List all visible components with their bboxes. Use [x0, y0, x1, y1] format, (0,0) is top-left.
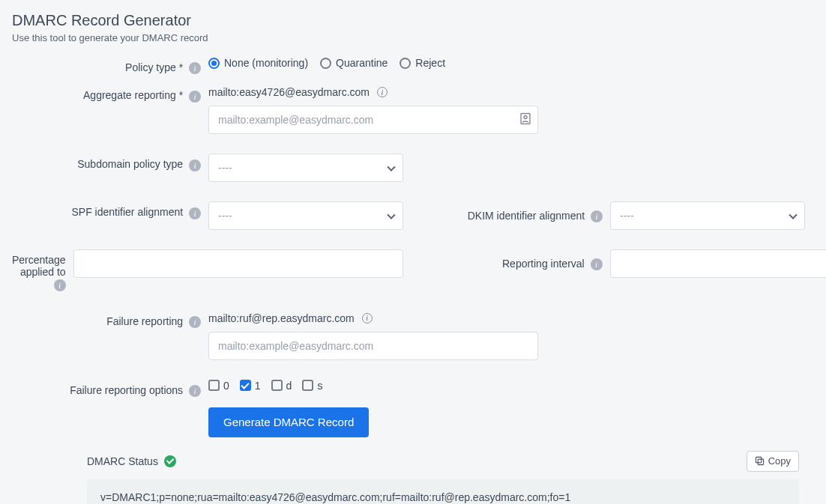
aggregate-reporting-input[interactable]	[208, 106, 538, 134]
svg-rect-2	[758, 460, 763, 465]
result-block: DMARC Status Copy v=DMARC1;p=none;rua=ma…	[12, 451, 814, 504]
copy-label: Copy	[768, 455, 791, 467]
info-icon[interactable]: i	[189, 207, 201, 219]
spf-alignment-label: SPF identifier alignment	[71, 206, 183, 218]
policy-radio-quarantine[interactable]: Quarantine	[320, 57, 388, 69]
failure-option-0[interactable]: 0	[208, 380, 229, 392]
info-icon[interactable]: i	[189, 91, 201, 103]
checkbox-icon	[302, 380, 313, 391]
checkbox-icon	[271, 380, 283, 391]
svg-point-1	[524, 116, 527, 119]
aggregate-reporting-label: Aggregate reporting *	[83, 89, 183, 101]
radio-label: Quarantine	[336, 57, 388, 69]
failure-reporting-value: mailto:ruf@rep.easydmarc.com	[208, 312, 355, 324]
percentage-input[interactable]	[73, 249, 403, 278]
info-icon[interactable]: i	[189, 160, 201, 171]
info-icon[interactable]: i	[189, 316, 201, 328]
check-circle-icon	[164, 455, 176, 467]
failure-options-label: Failure reporting options	[70, 384, 183, 396]
failure-options-group: 0 1 d s	[208, 380, 322, 392]
checkbox-label: d	[286, 380, 292, 392]
dkim-alignment-select[interactable]: ----	[610, 201, 805, 230]
generate-button[interactable]: Generate DMARC Record	[208, 407, 369, 437]
radio-label: None (monitoring)	[224, 57, 308, 69]
dmarc-record-output: v=DMARC1;p=none;rua=mailto:easy4726@easy…	[87, 479, 799, 504]
checkbox-label: 1	[255, 380, 261, 392]
failure-reporting-input[interactable]	[208, 332, 538, 360]
radio-label: Reject	[415, 57, 445, 69]
radio-icon	[400, 58, 411, 69]
info-icon[interactable]: i	[189, 385, 201, 397]
dmarc-status-label: DMARC Status	[87, 455, 158, 467]
failure-option-s[interactable]: s	[302, 380, 322, 392]
info-icon[interactable]: i	[591, 258, 603, 270]
policy-radio-none[interactable]: None (monitoring)	[208, 57, 308, 69]
info-icon[interactable]: i	[54, 279, 66, 291]
subdomain-policy-select[interactable]: ----	[208, 154, 403, 182]
policy-type-radio-group: None (monitoring) Quarantine Reject	[208, 57, 445, 69]
copy-button[interactable]: Copy	[747, 451, 799, 472]
subdomain-policy-label: Subdomain policy type	[77, 158, 183, 170]
percentage-label: Percentage applied to	[12, 254, 66, 278]
info-icon[interactable]: i	[362, 313, 373, 324]
failure-option-1[interactable]: 1	[240, 380, 261, 392]
contact-card-icon	[520, 113, 531, 127]
info-icon[interactable]: i	[377, 87, 388, 97]
copy-icon	[755, 456, 765, 466]
failure-option-d[interactable]: d	[271, 380, 292, 392]
info-icon[interactable]: i	[189, 62, 201, 74]
checkbox-label: 0	[223, 380, 229, 392]
page-title: DMARC Record Generator	[12, 12, 814, 29]
policy-radio-reject[interactable]: Reject	[400, 57, 445, 69]
checkbox-label: s	[317, 380, 322, 392]
radio-icon	[208, 58, 220, 69]
policy-type-label: Policy type *	[125, 61, 183, 73]
page-subtitle: Use this tool to generate your DMARC rec…	[12, 32, 814, 43]
aggregate-reporting-value: mailto:easy4726@easydmarc.com	[208, 86, 370, 98]
dkim-alignment-label: DKIM identifier alignment	[468, 210, 585, 222]
checkbox-icon	[240, 380, 251, 391]
info-icon[interactable]: i	[591, 210, 603, 222]
reporting-interval-label: Reporting interval	[502, 258, 585, 270]
failure-reporting-label: Failure reporting	[106, 315, 183, 327]
spf-alignment-select[interactable]: ----	[208, 201, 403, 230]
reporting-interval-input[interactable]	[610, 249, 826, 278]
dmarc-form: Policy type * i None (monitoring) Quaran…	[12, 57, 814, 504]
radio-icon	[320, 58, 331, 69]
checkbox-icon	[208, 380, 220, 391]
svg-rect-3	[756, 458, 761, 463]
